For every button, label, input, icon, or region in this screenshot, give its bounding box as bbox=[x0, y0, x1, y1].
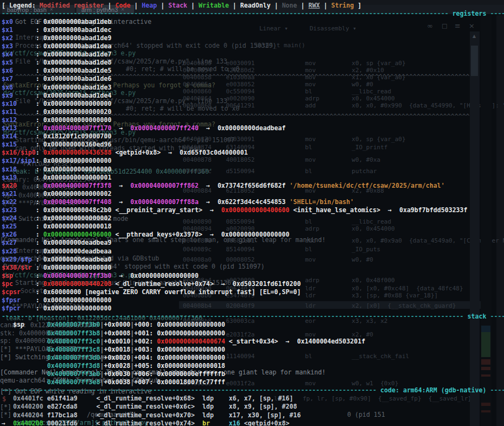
scrollbar-thumb[interactable] bbox=[471, 46, 478, 76]
stack-row-0: $sp 0x4000007ff3b0|+0x0000|+000: 0x00000… bbox=[2, 321, 225, 328]
minimap-speck bbox=[481, 326, 490, 332]
stack-row-4: 0x4000007ff3d0|+0x0020|+004: 0x000000000… bbox=[2, 354, 225, 361]
separator-code: ----------------------------------------… bbox=[2, 386, 504, 394]
scrollbar[interactable]: ▲ bbox=[470, 31, 480, 426]
bleed-disassembly-text: 00400854 420280d2 mov x2, #0x10 bbox=[183, 67, 384, 74]
register-row-x27: $x27 : 0x00000000deadbea9 bbox=[2, 239, 111, 246]
bn-right-panel bbox=[496, 15, 504, 426]
stack-row-7: 0x4000007ff3e8|+0x0038|+007: 0x000018007… bbox=[2, 378, 225, 386]
bleed-terminal-text: 0 (pid 151 bbox=[347, 411, 385, 418]
register-row-fpcr: $fpcr : 0x0000000000000000 bbox=[2, 304, 111, 312]
stack-row-1: 0x4000007ff3b8|+0x0008|+001: 0x000000000… bbox=[2, 329, 225, 337]
bleed-disassembly-text: 00400850 e0030091 mov x0, sp {var_a0} bbox=[183, 60, 406, 67]
register-row-x26: $x26 : 0x0000000000496000 <__pthread_key… bbox=[2, 231, 290, 238]
bleed-disassembly-text: 00400890 08550094 bl __libc_read bbox=[183, 218, 391, 225]
bleed-disassembly-text: 0040089c 85140094 bl _IO_puts bbox=[183, 246, 380, 253]
close-icon[interactable]: × bbox=[469, 22, 475, 30]
bleed-disassembly-text: 00400870 e0030091 mov x0, sp {var_a0} bbox=[183, 136, 406, 143]
bleed-disassembly-text: int64_t main() bbox=[255, 42, 305, 49]
register-row-x10: $x10 : 0x0000000000000000 bbox=[2, 100, 111, 107]
minimap-speck bbox=[481, 374, 490, 377]
separator-stack: ----------------------------------------… bbox=[2, 313, 504, 320]
register-row-x0: $x0 : 0x00000000abad1deb bbox=[2, 18, 111, 26]
minimap-speck bbox=[481, 359, 490, 365]
bleed-disassembly-text: 00400858 e10300aa mov x1, x0 {var_a0} bbox=[183, 74, 406, 81]
code-row-1: 0x440200 e827cda8 <_dl_runtime_resolve+0… bbox=[2, 403, 297, 410]
register-row-x25: $x25 : 0x0000000000000018 bbox=[2, 222, 111, 230]
register-row-x17-ip1: $x17/$ip1: 0x0000000000000000 bbox=[2, 157, 111, 164]
stack-row-6: 0x4000007ff3e0|+0x0030|+006: 0x00000000e… bbox=[2, 370, 225, 378]
register-row-x18: $x18 : 0x0000000000000000 bbox=[2, 166, 111, 173]
code-row-current: → 0x440208 00021fd6 <_dl_runtime_resolve… bbox=[2, 419, 290, 426]
register-row-x6: $x6 : 0x00000000abad1de5 bbox=[2, 67, 111, 74]
minimap-speck bbox=[481, 367, 490, 370]
scroll-up-icon[interactable]: ▲ bbox=[473, 34, 476, 39]
register-row-x19: $x19 : 0x0000000000000001 bbox=[2, 174, 111, 181]
register-row-x23: $x23 : 0x000000000048c2b0 <__preinit_arr… bbox=[2, 206, 468, 214]
bleed-disassembly-text: 004008a0 00008052 mov w0, #0 bbox=[183, 256, 373, 263]
register-row-x29-fp: $x29/$fp : 0x00000000deadbea0 bbox=[2, 256, 111, 263]
bleed-disassembly-text: ldp fp, lr, [sp, #0x90] {__saved_fp} {__… bbox=[274, 395, 471, 402]
register-row-x2: $x2 : 0x00000000abad1de9 bbox=[2, 34, 111, 42]
register-row-pc: $pc : 0x0000000000440208 <_dl_runtime_re… bbox=[2, 280, 301, 288]
minimap-speck bbox=[481, 410, 490, 412]
register-row-x15: $x15 : 0x000000000360ed96 bbox=[2, 141, 111, 148]
bleed-disassembly-text: 00400860 0c550094 bl __libc_read bbox=[183, 88, 391, 95]
register-row-sp: $sp : 0x00004000007ff3b0 → 0x00000000000… bbox=[2, 272, 199, 279]
minimap-speck bbox=[481, 332, 490, 357]
bleed-disassembly-text: 0040087c d5150094 bl putchar bbox=[183, 168, 377, 175]
stack-row-2: 0x4000007ff3c0|+0x0010|+002: 0x000000000… bbox=[2, 338, 365, 345]
register-row-x30-lr: $x30/$lr : 0x0000000000000000 bbox=[2, 264, 111, 271]
register-row-x3: $x3 : 0x00000000abad1dea bbox=[2, 42, 111, 50]
register-row-x8: $x8 : 0x00000000abad1de3 bbox=[2, 84, 111, 91]
register-row-fpsr: $fpsr : 0x0000000000000000 bbox=[2, 296, 111, 304]
register-row-x9: $x9 : 0x00000000abad1de4 bbox=[2, 92, 111, 99]
bleed-disassembly-text: 00400878 40018052 mov w0, #0xa bbox=[183, 156, 380, 163]
register-row-x21: $x21 : 0x0000000000000002 bbox=[2, 190, 111, 198]
register-row-x1: $x1 : 0x00000000abad1dec bbox=[2, 26, 111, 34]
register-row-x24: $x24 : 0x0000000000000002 bbox=[2, 214, 111, 222]
register-row-x28: $x28 : 0x00000000deadbeaa bbox=[2, 247, 111, 255]
link-icon[interactable]: ∞ bbox=[427, 22, 433, 30]
register-row-x5: $x5 : 0x00000000abad1de8 bbox=[2, 59, 111, 66]
register-row-x13: $x13 : 0x00004000007ff170 → 0x0000400000… bbox=[2, 124, 286, 132]
register-row-x12: $x12 : 0x0000000000000000 bbox=[2, 116, 111, 124]
menu-icon[interactable]: ≡ bbox=[455, 22, 461, 30]
register-row-x7: $x7 : 0x00000000abad1de6 bbox=[2, 75, 111, 82]
bleed-disassembly-text: 0040085c e0038052 mov w0, #0 bbox=[183, 81, 373, 88]
bleed-disassembly-text: 00400864 a0020090 adrp x0, 0x454000 bbox=[183, 95, 395, 102]
register-row-x22: $x22 : 0x00004000007ff408 → 0x0000400000… bbox=[2, 198, 354, 206]
code-row-2: 0x440204 f17bc1a8 <_dl_runtime_resolve+0… bbox=[2, 411, 301, 419]
register-row-x4: $x4 : 0x00000000abad1de7 bbox=[2, 50, 111, 58]
bleed-disassembly-text: 004008b4 020040f9 ldr x2, [x0] {__stack_… bbox=[183, 302, 456, 309]
register-row-x14: $x14 : 0x18120f1c09000700 bbox=[2, 132, 111, 140]
code-row-0: 0x4401fc e61f41a9 <_dl_runtime_resolve+0… bbox=[2, 395, 294, 402]
minimap bbox=[481, 15, 492, 426]
split-pane-icon[interactable]: ◻ bbox=[442, 22, 448, 30]
minimap-speck bbox=[481, 403, 490, 406]
separator-registers: ----------------------------------------… bbox=[2, 10, 504, 17]
legend-line: [ Legend: Modified register | Code | Hea… bbox=[2, 2, 361, 9]
register-row-x16-ip0: $x16/$ip0: 0x0000000000436588 <getpid+0x… bbox=[2, 149, 248, 156]
gef-debugger-screen: babyrop : bash×arm : python3× Got EOF wh… bbox=[0, 0, 504, 426]
register-row-x20: $x20 : 0x00004000007ff3f8 → 0x0000400000… bbox=[2, 182, 445, 189]
stack-row-3: 0x4000007ff3c8|+0x0018|+003: 0x000000000… bbox=[2, 346, 225, 353]
register-row-x11: $x11 : 0x0000000000000020 bbox=[2, 108, 111, 116]
bleed-disassembly-text: Linear ▾ Disassembly ▾ bbox=[259, 25, 356, 32]
register-row-cpsr: $cpsr : 0x60000000 [negative ZERO CARRY … bbox=[2, 288, 301, 296]
bleed-disassembly-text: 00400868 00641291 add x0, x0, #0x990 {da… bbox=[183, 102, 504, 109]
stack-row-5: 0x4000007ff3d8|+0x0028|+005: 0x000000000… bbox=[2, 362, 225, 370]
